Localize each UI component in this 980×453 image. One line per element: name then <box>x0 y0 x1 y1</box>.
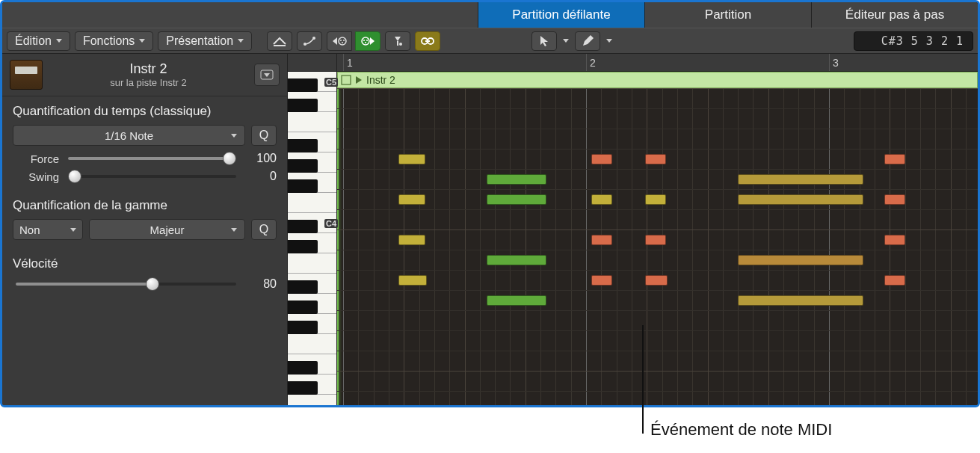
piano-keyboard[interactable]: C5C4 <box>288 54 337 405</box>
inspector-panel: Instr 2 sur la piste Instr 2 Quantificat… <box>2 54 288 405</box>
midi-note[interactable] <box>487 174 546 185</box>
scale-quantize-apply-button[interactable]: Q <box>251 219 277 240</box>
midi-out-button[interactable] <box>355 31 380 51</box>
pointer-tool-icon <box>539 35 549 47</box>
midi-note[interactable] <box>738 194 863 205</box>
svg-point-9 <box>363 40 365 41</box>
svg-point-11 <box>365 42 366 43</box>
catch-playhead-button[interactable] <box>267 31 292 51</box>
midi-note[interactable] <box>645 154 666 164</box>
automation-button[interactable] <box>297 31 322 51</box>
midi-note[interactable] <box>487 295 546 306</box>
velocity-label: Vélocité <box>13 256 277 271</box>
midi-note[interactable] <box>487 194 546 205</box>
region-header[interactable]: Instr 2 <box>337 72 978 88</box>
scale-enable-value: Non <box>19 224 40 236</box>
editor-body: Instr 2 sur la piste Instr 2 Quantificat… <box>2 54 978 405</box>
midi-note[interactable] <box>738 174 863 185</box>
info-display: C#3 5 3 2 1 <box>854 31 973 51</box>
loop-region-icon <box>341 75 351 85</box>
midi-note[interactable] <box>398 235 425 245</box>
time-quantize-section: Quantification du temps (classique) 1/16… <box>2 96 287 191</box>
midi-note[interactable] <box>645 275 668 286</box>
key-label-c4: C4 <box>324 219 338 228</box>
midi-note[interactable] <box>738 295 863 306</box>
left-click-tool[interactable] <box>531 31 557 51</box>
chevron-down-icon <box>231 228 237 232</box>
bar-marker-2: 2 <box>586 54 596 71</box>
region-name: Instr 2 <box>366 74 395 86</box>
chevron-down-icon <box>56 39 62 43</box>
velocity-value: 80 <box>245 277 277 291</box>
menu-edit[interactable]: Édition <box>7 31 70 51</box>
midi-note[interactable] <box>884 275 905 286</box>
track-title: Instr 2 <box>50 61 247 77</box>
midi-in-button[interactable] <box>327 31 352 51</box>
scale-quantize-label: Quantification de la gamme <box>13 198 277 213</box>
quantize-tool-button[interactable] <box>385 31 410 51</box>
pencil-tool-icon <box>582 35 594 47</box>
midi-note[interactable] <box>738 255 863 265</box>
editor-tabs: Partition défilante Partition Éditeur pa… <box>2 2 978 28</box>
midi-io-group <box>327 31 380 51</box>
chevron-down-icon <box>238 39 244 43</box>
time-quantize-label: Quantification du temps (classique) <box>13 104 277 119</box>
cmd-click-tool[interactable] <box>575 31 600 51</box>
tab-step-editor[interactable]: Éditeur pas à pas <box>811 2 978 28</box>
svg-point-5 <box>340 40 342 41</box>
midi-note[interactable] <box>645 194 666 205</box>
swing-label: Swing <box>13 170 59 183</box>
playhead[interactable] <box>337 88 339 405</box>
menu-functions[interactable]: Fonctions <box>75 31 153 51</box>
midi-note[interactable] <box>398 154 425 164</box>
annotation-line <box>642 325 644 407</box>
menu-view[interactable]: Présentation <box>158 31 252 51</box>
link-button[interactable] <box>415 31 440 51</box>
velocity-slider[interactable] <box>16 277 236 291</box>
time-quantize-value: 1/16 Note <box>105 129 153 142</box>
time-quantize-select[interactable]: 1/16 Note <box>13 125 245 146</box>
collapse-button[interactable] <box>254 64 280 86</box>
scale-type-select[interactable]: Majeur <box>89 219 245 240</box>
midi-note[interactable] <box>645 235 666 245</box>
scale-quantize-section: Quantification de la gamme Non Majeur Q <box>2 191 287 249</box>
scale-type-value: Majeur <box>150 224 185 236</box>
track-header: Instr 2 sur la piste Instr 2 <box>2 54 287 96</box>
note-grid[interactable] <box>337 88 978 405</box>
force-slider[interactable] <box>68 152 236 165</box>
svg-marker-19 <box>264 73 270 77</box>
swing-slider[interactable] <box>68 170 236 183</box>
play-icon <box>356 76 362 84</box>
svg-point-6 <box>343 40 345 41</box>
svg-point-15 <box>399 43 402 46</box>
svg-marker-3 <box>333 37 337 45</box>
quantize-apply-button[interactable]: Q <box>251 125 277 146</box>
midi-note[interactable] <box>591 194 612 205</box>
midi-note[interactable] <box>884 154 905 164</box>
midi-note[interactable] <box>884 235 905 245</box>
svg-marker-13 <box>395 37 401 41</box>
tab-scrolling-score[interactable]: Partition défilante <box>478 2 644 28</box>
timeline-ruler[interactable]: 1 2 3 <box>337 54 978 72</box>
midi-note[interactable] <box>398 194 425 205</box>
tab-score[interactable]: Partition <box>644 2 811 28</box>
link-icon <box>419 36 436 46</box>
tool-selectors <box>531 31 615 51</box>
chevron-down-box-icon <box>260 70 274 80</box>
spacer <box>2 2 478 28</box>
velocity-section: Vélocité 80 <box>2 249 287 298</box>
automation-curve-icon <box>302 35 317 47</box>
menu-view-label: Présentation <box>166 34 233 48</box>
editor-toolbar: Édition Fonctions Présentation <box>2 28 978 54</box>
midi-note[interactable] <box>398 275 427 286</box>
midi-note[interactable] <box>487 255 546 265</box>
midi-note[interactable] <box>591 275 612 286</box>
force-value: 100 <box>245 152 277 165</box>
midi-note[interactable] <box>591 235 612 245</box>
midi-note[interactable] <box>884 194 905 205</box>
svg-point-4 <box>339 37 346 45</box>
scale-enable-select[interactable]: Non <box>13 219 83 240</box>
key-label-c5: C5 <box>324 78 338 87</box>
midi-note[interactable] <box>591 154 612 164</box>
track-subtitle: sur la piste Instr 2 <box>50 77 247 88</box>
